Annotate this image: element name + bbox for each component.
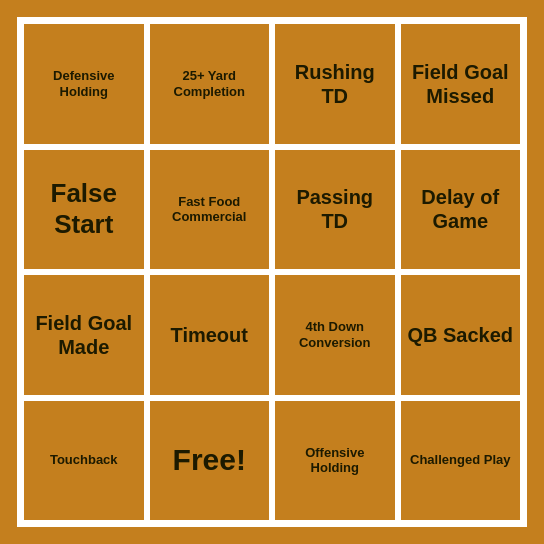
- cell-text-field-goal-made: Field Goal Made: [30, 311, 138, 359]
- cell-25-yard-completion[interactable]: 25+ Yard Completion: [147, 21, 273, 147]
- cell-field-goal-missed[interactable]: Field Goal Missed: [398, 21, 524, 147]
- cell-text-challenged-play: Challenged Play: [410, 452, 510, 468]
- cell-text-free: Free!: [173, 442, 246, 478]
- cell-qb-sacked[interactable]: QB Sacked: [398, 272, 524, 398]
- cell-challenged-play[interactable]: Challenged Play: [398, 398, 524, 524]
- cell-text-field-goal-missed: Field Goal Missed: [407, 60, 515, 108]
- cell-rushing-td[interactable]: Rushing TD: [272, 21, 398, 147]
- cell-offensive-holding[interactable]: Offensive Holding: [272, 398, 398, 524]
- cell-text-timeout: Timeout: [171, 323, 248, 347]
- cell-text-passing-td: Passing TD: [281, 185, 389, 233]
- cell-field-goal-made[interactable]: Field Goal Made: [21, 272, 147, 398]
- cell-free[interactable]: Free!: [147, 398, 273, 524]
- cell-fast-food-commercial[interactable]: Fast Food Commercial: [147, 147, 273, 273]
- cell-text-qb-sacked: QB Sacked: [407, 323, 513, 347]
- cell-text-false-start: False Start: [30, 178, 138, 240]
- cell-text-touchback: Touchback: [50, 452, 118, 468]
- cell-delay-of-game[interactable]: Delay of Game: [398, 147, 524, 273]
- cell-text-fast-food-commercial: Fast Food Commercial: [156, 194, 264, 225]
- cell-text-delay-of-game: Delay of Game: [407, 185, 515, 233]
- cell-false-start[interactable]: False Start: [21, 147, 147, 273]
- cell-defensive-holding[interactable]: Defensive Holding: [21, 21, 147, 147]
- cell-text-defensive-holding: Defensive Holding: [30, 68, 138, 99]
- cell-timeout[interactable]: Timeout: [147, 272, 273, 398]
- cell-text-rushing-td: Rushing TD: [281, 60, 389, 108]
- cell-text-4th-down-conversion: 4th Down Conversion: [281, 319, 389, 350]
- cell-touchback[interactable]: Touchback: [21, 398, 147, 524]
- cell-text-25-yard-completion: 25+ Yard Completion: [156, 68, 264, 99]
- cell-4th-down-conversion[interactable]: 4th Down Conversion: [272, 272, 398, 398]
- cell-text-offensive-holding: Offensive Holding: [281, 445, 389, 476]
- bingo-card: Defensive Holding25+ Yard CompletionRush…: [17, 17, 527, 527]
- cell-passing-td[interactable]: Passing TD: [272, 147, 398, 273]
